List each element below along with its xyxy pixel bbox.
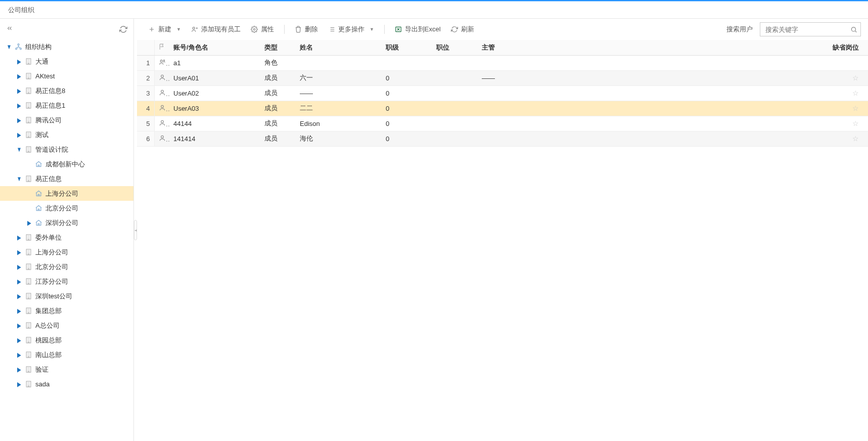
- tree-node[interactable]: ▶AKtest: [0, 69, 133, 83]
- col-rank[interactable]: 职级: [382, 40, 432, 55]
- tree-node[interactable]: ▼管道设计院: [0, 142, 133, 157]
- cell-rank: [382, 55, 432, 70]
- refresh-tree-icon[interactable]: [119, 25, 127, 33]
- more-button[interactable]: 更多操作 ▼: [324, 23, 378, 36]
- tree-node-label: 深圳分公司: [45, 218, 78, 228]
- tree-node[interactable]: ▶验证: [0, 362, 133, 377]
- tree-node[interactable]: ▶易正信息8: [0, 83, 133, 98]
- tree-node[interactable]: ▶成都创新中心: [0, 157, 133, 171]
- star-icon[interactable]: ☆: [852, 89, 859, 97]
- star-icon[interactable]: ☆: [852, 104, 859, 112]
- svg-point-30: [161, 105, 163, 108]
- building-icon: [24, 278, 32, 286]
- col-manager[interactable]: 主管: [478, 40, 554, 55]
- tree-node[interactable]: ▶深圳test公司: [0, 289, 133, 303]
- col-account[interactable]: 账号/角色名: [169, 40, 260, 55]
- tree-node-label: 北京分公司: [45, 204, 78, 213]
- cell-manager: ——: [478, 70, 554, 85]
- tree-node[interactable]: ▶委外单位: [0, 230, 133, 245]
- table-row[interactable]: 3UserA02成员——0☆: [137, 85, 868, 101]
- tree-node[interactable]: ▶大通: [0, 54, 133, 69]
- caret-right-icon[interactable]: ▶: [16, 292, 22, 299]
- star-icon[interactable]: ☆: [852, 135, 859, 143]
- cell-account: UserA02: [169, 85, 260, 101]
- col-index[interactable]: [137, 40, 154, 55]
- table-row[interactable]: 4UserA03成员二二0☆: [137, 101, 868, 116]
- export-button[interactable]: 导出到Excel: [391, 23, 445, 36]
- caret-right-icon[interactable]: ▶: [16, 234, 22, 241]
- tree-node[interactable]: ▶集团总部: [0, 303, 133, 318]
- building-icon: [24, 234, 32, 242]
- tree-node[interactable]: ▶上海分公司: [0, 186, 133, 201]
- caret-right-icon[interactable]: ▶: [16, 131, 22, 138]
- cell-position: [432, 55, 478, 70]
- tree-node[interactable]: ▼易正信息: [0, 171, 133, 186]
- svg-point-23: [253, 28, 255, 30]
- tree-node-label: AKtest: [35, 72, 55, 80]
- caret-right-icon[interactable]: ▶: [16, 322, 22, 329]
- tree-node[interactable]: ▶北京分公司: [0, 201, 133, 215]
- cell-type: 角色: [260, 55, 296, 70]
- cell-spacer: [554, 101, 828, 116]
- tree-node[interactable]: ▶深圳分公司: [0, 215, 133, 230]
- tree-node[interactable]: ▶江苏分公司: [0, 274, 133, 289]
- star-icon[interactable]: ☆: [852, 119, 859, 127]
- caret-right-icon[interactable]: ▶: [16, 102, 22, 109]
- tree-node[interactable]: ▶腾讯公司: [0, 113, 133, 127]
- col-type[interactable]: 类型: [260, 40, 296, 55]
- caret-right-icon[interactable]: ▶: [16, 307, 22, 314]
- caret-right-icon[interactable]: ▶: [16, 72, 22, 79]
- caret-down-icon[interactable]: ▼: [16, 146, 22, 153]
- caret-right-icon[interactable]: ▶: [16, 366, 22, 373]
- cell-account: UserA01: [169, 70, 260, 85]
- table-row[interactable]: 1a1角色: [137, 55, 868, 70]
- tree-node[interactable]: ▶南山总部: [0, 347, 133, 362]
- tree-node[interactable]: ▼组织结构: [0, 39, 133, 54]
- table-row[interactable]: 544144成员Edison0☆: [137, 116, 868, 131]
- table-row[interactable]: 2UserA01成员六一0——☆: [137, 70, 868, 85]
- collapse-sidebar-icon[interactable]: [4, 23, 15, 35]
- search-icon[interactable]: [850, 26, 857, 33]
- caret-down-icon[interactable]: ▼: [16, 175, 22, 182]
- caret-right-icon[interactable]: ▶: [16, 278, 22, 285]
- caret-right-icon[interactable]: ▶: [16, 263, 22, 270]
- caret-right-icon[interactable]: ▶: [16, 380, 22, 387]
- caret-right-icon[interactable]: ▶: [16, 248, 22, 255]
- col-name[interactable]: 姓名: [296, 40, 382, 55]
- export-label: 导出到Excel: [405, 25, 441, 34]
- table-row[interactable]: 6141414成员海伦0☆: [137, 131, 868, 146]
- search-box[interactable]: [760, 22, 861, 36]
- tree-node-label: sada: [35, 380, 50, 388]
- search-input[interactable]: [765, 26, 850, 33]
- caret-right-icon[interactable]: ▶: [16, 336, 22, 343]
- cell-type: 成员: [260, 85, 296, 101]
- col-flag[interactable]: [154, 40, 169, 55]
- caret-right-icon[interactable]: ▶: [16, 116, 22, 123]
- building-icon: [24, 307, 32, 315]
- caret-right-icon[interactable]: ▶: [16, 351, 22, 358]
- tree-node[interactable]: ▶易正信息1: [0, 98, 133, 113]
- toolbar: 新建 ▼ 添加现有员工 属性 删除 更多操作 ▼: [137, 19, 868, 40]
- caret-right-icon[interactable]: ▶: [16, 87, 22, 94]
- new-button[interactable]: 新建 ▼: [144, 23, 185, 36]
- col-position[interactable]: 职位: [432, 40, 478, 55]
- trash-icon: [295, 26, 302, 33]
- caret-down-icon[interactable]: ▼: [6, 43, 12, 50]
- tree-node[interactable]: ▶sada: [0, 377, 133, 391]
- caret-right-icon[interactable]: ▶: [16, 58, 22, 65]
- properties-button[interactable]: 属性: [247, 23, 278, 36]
- star-icon[interactable]: ☆: [852, 74, 859, 82]
- tree-node[interactable]: ▶A总公司: [0, 318, 133, 333]
- properties-label: 属性: [261, 25, 274, 34]
- delete-button[interactable]: 删除: [291, 23, 322, 36]
- tree-node[interactable]: ▶北京分公司: [0, 259, 133, 274]
- svg-point-31: [161, 120, 163, 123]
- tree-node[interactable]: ▶上海分公司: [0, 245, 133, 259]
- tree-node[interactable]: ▶桃园总部: [0, 333, 133, 347]
- org-icon: [14, 43, 22, 51]
- refresh-button[interactable]: 刷新: [447, 23, 478, 36]
- add-existing-button[interactable]: 添加现有员工: [187, 23, 245, 36]
- tree-node[interactable]: ▶测试: [0, 127, 133, 142]
- caret-right-icon[interactable]: ▶: [26, 219, 32, 226]
- col-default[interactable]: 缺省岗位: [828, 40, 868, 55]
